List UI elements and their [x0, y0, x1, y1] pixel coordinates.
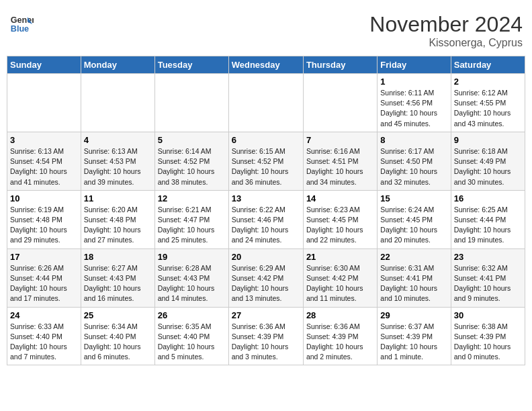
day-info: Sunrise: 6:29 AM Sunset: 4:42 PM Dayligh…: [232, 263, 300, 304]
day-info: Sunrise: 6:24 AM Sunset: 4:45 PM Dayligh…: [380, 205, 447, 246]
day-number: 25: [84, 310, 152, 320]
day-number: 10: [10, 193, 78, 203]
day-info: Sunrise: 6:18 AM Sunset: 4:49 PM Dayligh…: [454, 146, 522, 187]
day-info: Sunrise: 6:26 AM Sunset: 4:44 PM Dayligh…: [10, 263, 78, 304]
day-number: 18: [84, 252, 152, 262]
day-info: Sunrise: 6:13 AM Sunset: 4:53 PM Dayligh…: [84, 146, 152, 187]
day-number: 24: [10, 310, 78, 320]
day-info: Sunrise: 6:25 AM Sunset: 4:44 PM Dayligh…: [454, 205, 522, 246]
day-info: Sunrise: 6:32 AM Sunset: 4:41 PM Dayligh…: [454, 263, 522, 304]
calendar-cell: 27Sunrise: 6:36 AM Sunset: 4:39 PM Dayli…: [228, 307, 303, 365]
header: General Blue November 2024 Kissonerga, C…: [7, 7, 525, 52]
calendar-week-3: 10Sunrise: 6:19 AM Sunset: 4:48 PM Dayli…: [7, 190, 525, 248]
month-title: November 2024: [369, 12, 523, 37]
day-number: 15: [380, 193, 447, 203]
calendar-table: SundayMondayTuesdayWednesdayThursdayFrid…: [7, 56, 525, 365]
calendar-cell: 12Sunrise: 6:21 AM Sunset: 4:47 PM Dayli…: [154, 190, 228, 248]
calendar-cell: [81, 74, 154, 132]
calendar-cell: 30Sunrise: 6:38 AM Sunset: 4:39 PM Dayli…: [451, 307, 525, 365]
day-number: 7: [306, 135, 374, 145]
calendar-cell: 10Sunrise: 6:19 AM Sunset: 4:48 PM Dayli…: [7, 190, 81, 248]
calendar-cell: 9Sunrise: 6:18 AM Sunset: 4:49 PM Daylig…: [451, 132, 525, 190]
calendar-cell: 18Sunrise: 6:27 AM Sunset: 4:43 PM Dayli…: [81, 248, 154, 307]
calendar-cell: 4Sunrise: 6:13 AM Sunset: 4:53 PM Daylig…: [81, 132, 154, 190]
day-info: Sunrise: 6:19 AM Sunset: 4:48 PM Dayligh…: [10, 205, 78, 246]
svg-text:Blue: Blue: [11, 24, 29, 34]
day-number: 27: [232, 310, 300, 320]
day-number: 1: [380, 77, 447, 87]
calendar-week-2: 3Sunrise: 6:13 AM Sunset: 4:54 PM Daylig…: [7, 132, 525, 190]
day-number: 14: [306, 193, 374, 203]
day-number: 17: [10, 252, 78, 262]
day-info: Sunrise: 6:33 AM Sunset: 4:40 PM Dayligh…: [10, 322, 78, 363]
day-number: 11: [84, 193, 152, 203]
day-info: Sunrise: 6:17 AM Sunset: 4:50 PM Dayligh…: [380, 146, 447, 187]
day-number: 16: [454, 193, 522, 203]
day-number: 8: [380, 135, 447, 145]
day-info: Sunrise: 6:38 AM Sunset: 4:39 PM Dayligh…: [454, 322, 522, 363]
day-info: Sunrise: 6:11 AM Sunset: 4:56 PM Dayligh…: [380, 88, 447, 129]
calendar-cell: [228, 74, 303, 132]
day-header-wednesday: Wednesday: [228, 56, 303, 74]
calendar-week-4: 17Sunrise: 6:26 AM Sunset: 4:44 PM Dayli…: [7, 248, 525, 307]
calendar-cell: 13Sunrise: 6:22 AM Sunset: 4:46 PM Dayli…: [228, 190, 303, 248]
calendar-cell: 17Sunrise: 6:26 AM Sunset: 4:44 PM Dayli…: [7, 248, 81, 307]
logo-icon: General Blue: [9, 12, 34, 36]
calendar-cell: 11Sunrise: 6:20 AM Sunset: 4:48 PM Dayli…: [81, 190, 154, 248]
day-number: 9: [454, 135, 522, 145]
location-subtitle: Kissonerga, Cyprus: [369, 37, 523, 49]
day-info: Sunrise: 6:16 AM Sunset: 4:51 PM Dayligh…: [306, 146, 374, 187]
day-number: 29: [380, 310, 447, 320]
day-number: 3: [10, 135, 78, 145]
calendar-cell: 19Sunrise: 6:28 AM Sunset: 4:43 PM Dayli…: [154, 248, 228, 307]
day-info: Sunrise: 6:30 AM Sunset: 4:42 PM Dayligh…: [306, 263, 374, 304]
calendar-cell: 29Sunrise: 6:37 AM Sunset: 4:39 PM Dayli…: [378, 307, 451, 365]
day-number: 23: [454, 252, 522, 262]
calendar-body: 1Sunrise: 6:11 AM Sunset: 4:56 PM Daylig…: [7, 74, 525, 365]
calendar-cell: 20Sunrise: 6:29 AM Sunset: 4:42 PM Dayli…: [228, 248, 303, 307]
calendar-cell: 2Sunrise: 6:12 AM Sunset: 4:55 PM Daylig…: [451, 74, 525, 132]
day-info: Sunrise: 6:21 AM Sunset: 4:47 PM Dayligh…: [158, 205, 226, 246]
day-info: Sunrise: 6:22 AM Sunset: 4:46 PM Dayligh…: [232, 205, 300, 246]
logo: General Blue: [9, 12, 34, 36]
day-info: Sunrise: 6:36 AM Sunset: 4:39 PM Dayligh…: [306, 322, 374, 363]
calendar-cell: 23Sunrise: 6:32 AM Sunset: 4:41 PM Dayli…: [451, 248, 525, 307]
calendar-cell: 26Sunrise: 6:35 AM Sunset: 4:40 PM Dayli…: [154, 307, 228, 365]
day-number: 21: [306, 252, 374, 262]
calendar-cell: 7Sunrise: 6:16 AM Sunset: 4:51 PM Daylig…: [303, 132, 377, 190]
day-info: Sunrise: 6:27 AM Sunset: 4:43 PM Dayligh…: [84, 263, 152, 304]
day-info: Sunrise: 6:15 AM Sunset: 4:52 PM Dayligh…: [232, 146, 300, 187]
calendar-cell: 15Sunrise: 6:24 AM Sunset: 4:45 PM Dayli…: [378, 190, 451, 248]
day-info: Sunrise: 6:20 AM Sunset: 4:48 PM Dayligh…: [84, 205, 152, 246]
day-number: 30: [454, 310, 522, 320]
day-number: 12: [158, 193, 226, 203]
day-info: Sunrise: 6:31 AM Sunset: 4:41 PM Dayligh…: [380, 263, 447, 304]
day-header-friday: Friday: [378, 56, 451, 74]
day-info: Sunrise: 6:34 AM Sunset: 4:40 PM Dayligh…: [84, 322, 152, 363]
day-info: Sunrise: 6:13 AM Sunset: 4:54 PM Dayligh…: [10, 146, 78, 187]
day-info: Sunrise: 6:35 AM Sunset: 4:40 PM Dayligh…: [158, 322, 226, 363]
day-header-saturday: Saturday: [451, 56, 525, 74]
day-info: Sunrise: 6:28 AM Sunset: 4:43 PM Dayligh…: [158, 263, 226, 304]
day-number: 19: [158, 252, 226, 262]
day-info: Sunrise: 6:14 AM Sunset: 4:52 PM Dayligh…: [158, 146, 226, 187]
calendar-cell: [303, 74, 377, 132]
calendar-cell: 22Sunrise: 6:31 AM Sunset: 4:41 PM Dayli…: [378, 248, 451, 307]
day-number: 28: [306, 310, 374, 320]
calendar-header-row: SundayMondayTuesdayWednesdayThursdayFrid…: [7, 56, 525, 74]
day-info: Sunrise: 6:37 AM Sunset: 4:39 PM Dayligh…: [380, 322, 447, 363]
day-number: 2: [454, 77, 522, 87]
calendar-cell: 28Sunrise: 6:36 AM Sunset: 4:39 PM Dayli…: [303, 307, 377, 365]
day-header-sunday: Sunday: [7, 56, 81, 74]
calendar-cell: 1Sunrise: 6:11 AM Sunset: 4:56 PM Daylig…: [378, 74, 451, 132]
day-info: Sunrise: 6:23 AM Sunset: 4:45 PM Dayligh…: [306, 205, 374, 246]
day-header-tuesday: Tuesday: [154, 56, 228, 74]
calendar-cell: 21Sunrise: 6:30 AM Sunset: 4:42 PM Dayli…: [303, 248, 377, 307]
day-number: 5: [158, 135, 226, 145]
calendar-cell: 8Sunrise: 6:17 AM Sunset: 4:50 PM Daylig…: [378, 132, 451, 190]
calendar-cell: 14Sunrise: 6:23 AM Sunset: 4:45 PM Dayli…: [303, 190, 377, 248]
day-number: 4: [84, 135, 152, 145]
calendar-cell: 24Sunrise: 6:33 AM Sunset: 4:40 PM Dayli…: [7, 307, 81, 365]
day-info: Sunrise: 6:12 AM Sunset: 4:55 PM Dayligh…: [454, 88, 522, 129]
day-number: 26: [158, 310, 226, 320]
